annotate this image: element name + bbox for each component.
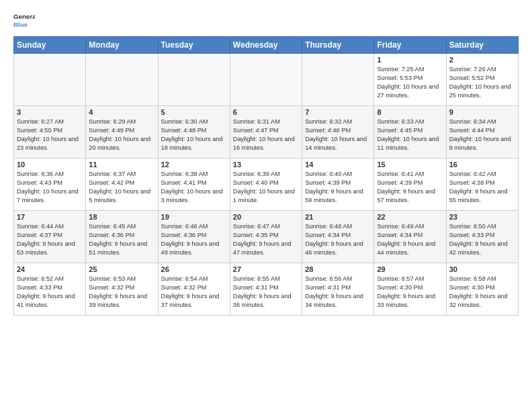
week-row-3: 17Sunrise: 6:44 AM Sunset: 4:37 PM Dayli…: [14, 211, 519, 263]
day-number: 30: [449, 265, 515, 273]
svg-text:Blue: Blue: [13, 21, 28, 28]
day-info: Sunrise: 6:31 AM Sunset: 4:47 PM Dayligh…: [233, 118, 299, 152]
calendar-cell: [86, 54, 158, 106]
day-number: 20: [233, 213, 299, 221]
day-number: 5: [161, 108, 227, 116]
day-info: Sunrise: 6:41 AM Sunset: 4:39 PM Dayligh…: [377, 170, 443, 205]
day-number: 14: [305, 161, 371, 169]
day-info: Sunrise: 6:38 AM Sunset: 4:41 PM Dayligh…: [161, 170, 227, 205]
day-info: Sunrise: 6:37 AM Sunset: 4:42 PM Dayligh…: [89, 170, 154, 205]
week-row-4: 24Sunrise: 6:52 AM Sunset: 4:33 PM Dayli…: [14, 263, 519, 316]
calendar-table: SundayMondayTuesdayWednesdayThursdayFrid…: [13, 36, 519, 316]
calendar-cell: 22Sunrise: 6:49 AM Sunset: 4:34 PM Dayli…: [374, 211, 446, 263]
calendar-cell: 11Sunrise: 6:37 AM Sunset: 4:42 PM Dayli…: [86, 158, 158, 211]
calendar-cell: 19Sunrise: 6:46 AM Sunset: 4:36 PM Dayli…: [158, 211, 230, 263]
calendar-cell: 18Sunrise: 6:45 AM Sunset: 4:36 PM Dayli…: [86, 211, 158, 263]
weekday-header-tuesday: Tuesday: [158, 37, 230, 54]
day-info: Sunrise: 6:48 AM Sunset: 4:34 PM Dayligh…: [305, 222, 371, 257]
day-number: 3: [17, 108, 83, 116]
day-info: Sunrise: 6:45 AM Sunset: 4:36 PM Dayligh…: [89, 222, 154, 257]
calendar-cell: 14Sunrise: 6:40 AM Sunset: 4:39 PM Dayli…: [302, 158, 374, 211]
week-row-1: 3Sunrise: 6:27 AM Sunset: 4:50 PM Daylig…: [14, 106, 519, 158]
calendar-cell: 26Sunrise: 6:54 AM Sunset: 4:32 PM Dayli…: [158, 263, 230, 316]
day-number: 17: [17, 213, 83, 221]
day-number: 15: [377, 161, 443, 169]
day-number: 21: [305, 213, 371, 221]
calendar-cell: 27Sunrise: 6:55 AM Sunset: 4:31 PM Dayli…: [230, 263, 302, 316]
logo-icon: General Blue: [13, 11, 35, 30]
calendar-cell: 5Sunrise: 6:30 AM Sunset: 4:48 PM Daylig…: [158, 106, 230, 158]
calendar-cell: 4Sunrise: 6:29 AM Sunset: 4:49 PM Daylig…: [86, 106, 158, 158]
weekday-header-saturday: Saturday: [446, 37, 518, 54]
calendar-cell: 10Sunrise: 6:36 AM Sunset: 4:43 PM Dayli…: [14, 158, 86, 211]
day-info: Sunrise: 6:30 AM Sunset: 4:48 PM Dayligh…: [161, 118, 227, 152]
weekday-header-monday: Monday: [86, 37, 158, 54]
day-info: Sunrise: 6:53 AM Sunset: 4:32 PM Dayligh…: [89, 275, 154, 310]
logo: General Blue: [13, 11, 35, 30]
calendar-cell: 30Sunrise: 6:58 AM Sunset: 4:30 PM Dayli…: [446, 263, 518, 316]
day-number: 12: [161, 161, 227, 169]
day-info: Sunrise: 6:50 AM Sunset: 4:33 PM Dayligh…: [449, 222, 515, 257]
calendar-cell: 2Sunrise: 7:26 AM Sunset: 5:52 PM Daylig…: [446, 54, 518, 106]
calendar-cell: 13Sunrise: 6:39 AM Sunset: 4:40 PM Dayli…: [230, 158, 302, 211]
calendar-cell: 12Sunrise: 6:38 AM Sunset: 4:41 PM Dayli…: [158, 158, 230, 211]
day-number: 25: [89, 265, 154, 273]
day-number: 8: [377, 108, 443, 116]
day-info: Sunrise: 6:32 AM Sunset: 4:46 PM Dayligh…: [305, 118, 371, 152]
day-info: Sunrise: 6:49 AM Sunset: 4:34 PM Dayligh…: [377, 222, 443, 257]
day-number: 13: [233, 161, 299, 169]
page-container: General Blue SundayMondayTuesdayWednesda…: [0, 0, 532, 322]
calendar-cell: 1Sunrise: 7:25 AM Sunset: 5:53 PM Daylig…: [374, 54, 446, 106]
calendar-cell: 3Sunrise: 6:27 AM Sunset: 4:50 PM Daylig…: [14, 106, 86, 158]
calendar-cell: 6Sunrise: 6:31 AM Sunset: 4:47 PM Daylig…: [230, 106, 302, 158]
calendar-cell: 23Sunrise: 6:50 AM Sunset: 4:33 PM Dayli…: [446, 211, 518, 263]
day-info: Sunrise: 7:25 AM Sunset: 5:53 PM Dayligh…: [377, 65, 443, 100]
calendar-cell: 15Sunrise: 6:41 AM Sunset: 4:39 PM Dayli…: [374, 158, 446, 211]
day-info: Sunrise: 6:54 AM Sunset: 4:32 PM Dayligh…: [161, 275, 227, 310]
calendar-cell: 7Sunrise: 6:32 AM Sunset: 4:46 PM Daylig…: [302, 106, 374, 158]
day-number: 11: [89, 161, 154, 169]
calendar-cell: 17Sunrise: 6:44 AM Sunset: 4:37 PM Dayli…: [14, 211, 86, 263]
day-info: Sunrise: 6:58 AM Sunset: 4:30 PM Dayligh…: [449, 275, 515, 310]
calendar-cell: [158, 54, 230, 106]
day-number: 22: [377, 213, 443, 221]
day-info: Sunrise: 6:55 AM Sunset: 4:31 PM Dayligh…: [233, 275, 299, 310]
day-number: 29: [377, 265, 443, 273]
day-info: Sunrise: 6:36 AM Sunset: 4:43 PM Dayligh…: [17, 170, 83, 205]
day-number: 6: [233, 108, 299, 116]
day-info: Sunrise: 6:40 AM Sunset: 4:39 PM Dayligh…: [305, 170, 371, 205]
weekday-header-wednesday: Wednesday: [230, 37, 302, 54]
weekday-header-friday: Friday: [374, 37, 446, 54]
weekday-header-row: SundayMondayTuesdayWednesdayThursdayFrid…: [14, 37, 519, 54]
day-number: 28: [305, 265, 371, 273]
day-info: Sunrise: 6:44 AM Sunset: 4:37 PM Dayligh…: [17, 222, 83, 257]
calendar-cell: 16Sunrise: 6:42 AM Sunset: 4:38 PM Dayli…: [446, 158, 518, 211]
calendar-cell: 24Sunrise: 6:52 AM Sunset: 4:33 PM Dayli…: [14, 263, 86, 316]
day-number: 26: [161, 265, 227, 273]
day-number: 10: [17, 161, 83, 169]
weekday-header-thursday: Thursday: [302, 37, 374, 54]
week-row-0: 1Sunrise: 7:25 AM Sunset: 5:53 PM Daylig…: [14, 54, 519, 106]
day-number: 18: [89, 213, 154, 221]
day-number: 2: [449, 56, 515, 64]
calendar-cell: 20Sunrise: 6:47 AM Sunset: 4:35 PM Dayli…: [230, 211, 302, 263]
weekday-header-sunday: Sunday: [14, 37, 86, 54]
svg-text:General: General: [13, 13, 35, 20]
day-info: Sunrise: 7:26 AM Sunset: 5:52 PM Dayligh…: [449, 65, 515, 100]
day-number: 16: [449, 161, 515, 169]
day-number: 9: [449, 108, 515, 116]
calendar-cell: 28Sunrise: 6:56 AM Sunset: 4:31 PM Dayli…: [302, 263, 374, 316]
day-info: Sunrise: 6:42 AM Sunset: 4:38 PM Dayligh…: [449, 170, 515, 205]
calendar-cell: 25Sunrise: 6:53 AM Sunset: 4:32 PM Dayli…: [86, 263, 158, 316]
day-info: Sunrise: 6:27 AM Sunset: 4:50 PM Dayligh…: [17, 118, 83, 152]
day-number: 23: [449, 213, 515, 221]
calendar-cell: [14, 54, 86, 106]
day-info: Sunrise: 6:39 AM Sunset: 4:40 PM Dayligh…: [233, 170, 299, 205]
day-info: Sunrise: 6:57 AM Sunset: 4:30 PM Dayligh…: [377, 275, 443, 310]
day-number: 1: [377, 56, 443, 64]
calendar-cell: 29Sunrise: 6:57 AM Sunset: 4:30 PM Dayli…: [374, 263, 446, 316]
calendar-cell: 9Sunrise: 6:34 AM Sunset: 4:44 PM Daylig…: [446, 106, 518, 158]
week-row-2: 10Sunrise: 6:36 AM Sunset: 4:43 PM Dayli…: [14, 158, 519, 211]
day-number: 24: [17, 265, 83, 273]
day-number: 4: [89, 108, 154, 116]
